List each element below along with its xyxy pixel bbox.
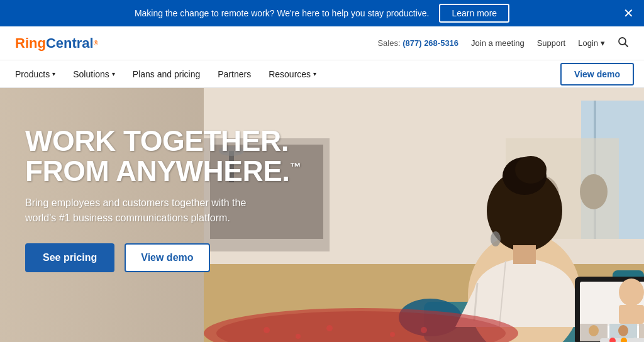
nav-items: Products ▾ Solutions ▾ Plans and pricing… xyxy=(15,69,629,79)
svg-point-29 xyxy=(619,279,644,306)
svg-rect-30 xyxy=(619,305,644,324)
products-chevron-icon: ▾ xyxy=(52,70,55,77)
hero-subheadline: Bring employees and customers together w… xyxy=(25,196,264,226)
nav-products-label: Products xyxy=(15,69,50,79)
nav-item-plans[interactable]: Plans and pricing xyxy=(133,69,200,79)
hero-trademark: ™ xyxy=(290,161,301,174)
sales-label: Sales: xyxy=(377,38,400,48)
svg-point-35 xyxy=(589,325,599,336)
hero-content: WORK TOGETHER. FROM ANYWHERE.™ Bring emp… xyxy=(25,126,301,272)
nav-item-partners[interactable]: Partners xyxy=(218,69,251,79)
hero-headline: WORK TOGETHER. FROM ANYWHERE.™ xyxy=(25,126,301,187)
svg-point-51 xyxy=(421,327,427,333)
top-banner: Making the change to remote work? We're … xyxy=(0,0,644,26)
login-button[interactable]: Login ▾ xyxy=(578,38,605,48)
svg-point-20 xyxy=(515,156,547,184)
svg-point-48 xyxy=(296,334,301,339)
logo-central-text: Central xyxy=(46,35,94,52)
svg-rect-24 xyxy=(513,245,536,264)
nav-item-resources[interactable]: Resources ▾ xyxy=(269,69,316,79)
nav-item-products[interactable]: Products ▾ xyxy=(15,69,55,79)
login-label: Login xyxy=(578,38,598,48)
header: RingCentral® Sales: (877) 268-5316 Join … xyxy=(0,26,644,60)
banner-message: Making the change to remote work? We're … xyxy=(135,8,430,18)
svg-point-47 xyxy=(264,327,270,333)
main-nav: Products ▾ Solutions ▾ Plans and pricing… xyxy=(0,60,644,88)
logo[interactable]: RingCentral® xyxy=(15,35,98,52)
login-chevron-icon: ▾ xyxy=(601,38,605,48)
hero-headline-line2: FROM ANYWHERE. xyxy=(25,155,290,187)
learn-more-button[interactable]: Learn more xyxy=(439,4,509,23)
hero-buttons: See pricing View demo xyxy=(25,243,301,272)
nav-solutions-label: Solutions xyxy=(73,69,109,79)
banner-close-button[interactable]: ✕ xyxy=(623,7,634,19)
header-right: Sales: (877) 268-5316 Join a meeting Sup… xyxy=(377,36,629,50)
svg-point-36 xyxy=(618,325,628,336)
svg-point-49 xyxy=(326,325,333,331)
nav-partners-label: Partners xyxy=(218,69,251,79)
hero-section: WORK TOGETHER. FROM ANYWHERE.™ Bring emp… xyxy=(0,88,644,342)
hero-view-demo-button[interactable]: View demo xyxy=(125,243,209,272)
see-pricing-button[interactable]: See pricing xyxy=(25,243,114,272)
nav-item-solutions[interactable]: Solutions ▾ xyxy=(73,69,115,79)
resources-chevron-icon: ▾ xyxy=(313,70,316,77)
sales-info: Sales: (877) 268-5316 xyxy=(377,38,458,48)
solutions-chevron-icon: ▾ xyxy=(112,70,115,77)
hero-headline-line1: WORK TOGETHER. xyxy=(25,124,289,157)
nav-plans-label: Plans and pricing xyxy=(133,69,200,79)
search-icon[interactable] xyxy=(618,36,629,50)
sales-phone-number[interactable]: (877) 268-5316 xyxy=(402,38,458,48)
logo-ring-text: Ring xyxy=(15,35,46,52)
svg-point-50 xyxy=(390,332,395,337)
svg-point-23 xyxy=(491,231,501,246)
logo-trademark: ® xyxy=(94,40,98,47)
nav-resources-label: Resources xyxy=(269,69,311,79)
join-meeting-link[interactable]: Join a meeting xyxy=(471,38,525,48)
support-link[interactable]: Support xyxy=(537,38,566,48)
svg-point-9 xyxy=(580,174,608,209)
nav-view-demo-button[interactable]: View demo xyxy=(560,63,634,86)
svg-line-1 xyxy=(625,43,628,47)
